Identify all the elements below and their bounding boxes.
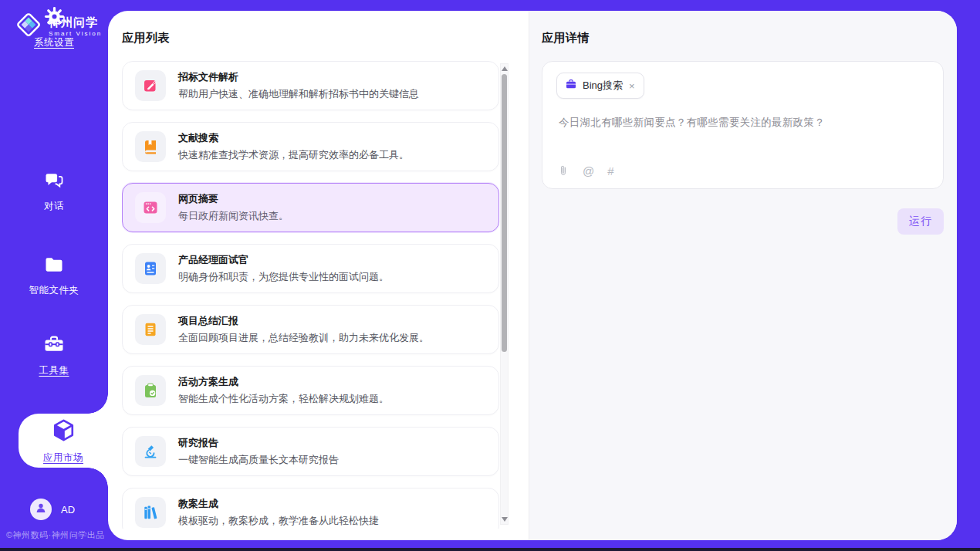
app-description: 帮助用户快速、准确地理解和解析招标书中的关键信息 (178, 87, 419, 101)
app-title: 教案生成 (178, 497, 379, 511)
user-initials: AD (61, 504, 75, 516)
app-card[interactable]: 文献搜索 快速精准查找学术资源，提高研究效率的必备工具。 (122, 122, 499, 171)
app-icon-box (135, 436, 166, 467)
scroll-up-icon[interactable] (501, 64, 508, 73)
user-row[interactable]: AD (30, 499, 75, 520)
app-description: 一键智能生成高质量长文本研究报告 (178, 453, 339, 467)
sidebar-item-label: 应用市场 (43, 451, 83, 465)
app-title: 研究报告 (178, 436, 339, 450)
sidebar-item[interactable]: 智能文件夹 (0, 248, 108, 303)
scroll-down-icon[interactable] (501, 515, 508, 524)
mention-icon[interactable]: @ (583, 165, 594, 177)
app-card[interactable]: 招标文件解析 帮助用户快速、准确地理解和解析招标书中的关键信息 (122, 61, 499, 110)
sidebar-item[interactable]: 应用市场 (19, 414, 108, 468)
sidebar-item-label: 系统设置 (34, 36, 74, 49)
copyright-text: ©神州数码·神州问学出品 (6, 529, 105, 541)
app-detail-title: 应用详情 (542, 31, 944, 46)
doc-edit-icon (141, 76, 160, 95)
app-description: 全面回顾项目进展，总结经验教训，助力未来优化发展。 (178, 331, 429, 345)
person-icon (34, 501, 48, 518)
sidebar-nav: 对话 智能文件夹 工具集 应用市场 系统设置 (0, 0, 108, 548)
book-icon (141, 137, 160, 156)
scrollbar-thumb[interactable] (502, 74, 507, 352)
folder-icon (43, 254, 65, 279)
cube-icon (51, 417, 76, 446)
sidebar-item[interactable]: 系统设置 (0, 0, 108, 54)
resume-icon (141, 259, 160, 278)
query-text[interactable]: 今日湖北有哪些新闻要点？有哪些需要关注的最新政策？ (559, 116, 928, 130)
app-description: 快速精准查找学术资源，提高研究效率的必备工具。 (178, 148, 409, 162)
sidebar-item-label: 对话 (44, 200, 64, 213)
gear-icon (43, 5, 66, 31)
app-list-title: 应用列表 (122, 31, 529, 46)
report-icon (141, 320, 160, 339)
briefcase-icon (565, 78, 577, 93)
tool-tag-label: Bing搜索 (583, 79, 623, 93)
clipboard-check-icon (141, 381, 160, 400)
microscope-icon (141, 442, 160, 461)
app-card[interactable]: 活动方案生成 智能生成个性化活动方案，轻松解决规划难题。 (122, 366, 499, 415)
bottom-edge-strip (0, 548, 980, 551)
sidebar-item-label: 智能文件夹 (29, 284, 79, 297)
app-title: 产品经理面试官 (178, 253, 389, 267)
tool-tag-bing-search[interactable]: Bing搜索 × (556, 73, 644, 99)
browser-code-icon (141, 198, 160, 217)
app-title: 网页摘要 (178, 192, 289, 206)
app-title: 文献搜索 (178, 131, 409, 145)
composer-toolbar: @ # (557, 164, 614, 178)
run-button[interactable]: 运行 (897, 208, 944, 235)
app-icon-box (135, 497, 166, 528)
app-description: 智能生成个性化活动方案，轻松解决规划难题。 (178, 392, 389, 406)
app-title: 项目总结汇报 (178, 314, 429, 328)
app-list-scrollbar[interactable] (500, 63, 509, 525)
app-description: 明确身份和职责，为您提供专业性的面试问题。 (178, 270, 389, 284)
app-icon-box (135, 131, 166, 162)
app-card[interactable]: 网页摘要 每日政府新闻资讯快查。 (122, 183, 499, 232)
sidebar: 神州问学 Smart Vision 对话 智能文件夹 工具集 应用市场 (0, 0, 108, 548)
sidebar-item-label: 工具集 (39, 364, 69, 377)
app-icon-box (135, 192, 166, 223)
app-card[interactable]: 教案生成 模板驱动，教案秒成，教学准备从此轻松快捷 (122, 488, 499, 529)
app-description: 模板驱动，教案秒成，教学准备从此轻松快捷 (178, 514, 379, 528)
app-icon-box (135, 314, 166, 345)
books-icon (141, 503, 160, 522)
app-icon-box (135, 375, 166, 406)
app-icon-box (135, 70, 166, 101)
app-card[interactable]: 产品经理面试官 明确身份和职责，为您提供专业性的面试问题。 (122, 244, 499, 293)
paperclip-icon[interactable] (557, 164, 569, 178)
app-title: 活动方案生成 (178, 375, 389, 389)
app-description: 每日政府新闻资讯快查。 (178, 209, 289, 223)
app-title: 招标文件解析 (178, 70, 419, 84)
toolbox-icon (42, 333, 66, 359)
main-panel: 应用列表 招标文件解析 帮助用户快速、准确地理解和解析招标书中的关键信息 (108, 11, 957, 540)
app-list-panel: 应用列表 招标文件解析 帮助用户快速、准确地理解和解析招标书中的关键信息 (108, 11, 529, 540)
hashtag-icon[interactable]: # (607, 165, 613, 177)
app-icon-box (135, 253, 166, 284)
sidebar-item[interactable]: 工具集 (0, 328, 108, 382)
app-list: 招标文件解析 帮助用户快速、准确地理解和解析招标书中的关键信息 文献搜索 快速精… (122, 61, 499, 529)
chat-icon (43, 170, 65, 194)
app-card[interactable]: 项目总结汇报 全面回顾项目进展，总结经验教训，助力未来优化发展。 (122, 305, 499, 354)
sidebar-item[interactable]: 对话 (0, 164, 108, 218)
app-detail-panel: 应用详情 Bing搜索 × 今日湖北有哪些新闻要点？有哪些需要关注的最新政策？ … (529, 11, 957, 540)
prompt-card: Bing搜索 × 今日湖北有哪些新闻要点？有哪些需要关注的最新政策？ @ # (542, 61, 944, 189)
app-card[interactable]: 研究报告 一键智能生成高质量长文本研究报告 (122, 427, 499, 476)
avatar[interactable] (30, 499, 52, 520)
tag-close-icon[interactable]: × (628, 81, 636, 91)
